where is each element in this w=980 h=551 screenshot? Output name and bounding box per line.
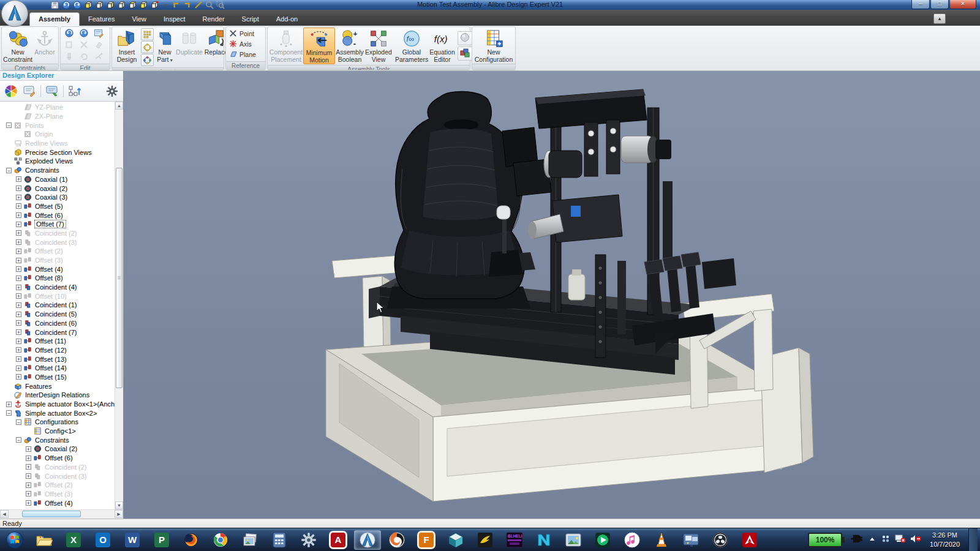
expand-plus-box[interactable]: + [16, 203, 21, 209]
redo-icon[interactable] [72, 1, 81, 9]
taskbar-acrobat-reader[interactable] [736, 530, 763, 550]
tree-item-label[interactable]: ZX-Plane [35, 113, 63, 120]
racing-seat[interactable] [387, 91, 530, 309]
redo-button[interactable] [80, 29, 88, 40]
title-bar[interactable]: Motion Test Assembly - Alibre Design Exp… [0, 0, 980, 10]
tree-item-label[interactable]: Coincident (2) [35, 230, 77, 237]
tree-item-label[interactable]: Offset (2) [45, 481, 73, 489]
expand-plus-box[interactable]: + [6, 402, 12, 407]
expand-minus-box[interactable]: − [6, 168, 12, 173]
tree-item[interactable]: +Coincident (7) [0, 328, 115, 337]
cube-top-icon[interactable] [127, 1, 137, 9]
tree-item-label[interactable]: Coincident (2) [45, 463, 86, 471]
tree-item[interactable]: +Offset (3) [0, 256, 115, 265]
taskbar-excel[interactable]: X [60, 530, 87, 550]
tree-item[interactable]: +Coincident (3) [0, 471, 115, 481]
taskbar-itunes[interactable] [619, 530, 646, 550]
cube-wire-1-icon[interactable] [94, 1, 104, 9]
tab-features[interactable]: Features [80, 13, 123, 26]
taskbar-3d-viewer[interactable] [442, 530, 469, 550]
expand-minus-box[interactable]: − [6, 410, 12, 416]
tree-item-label[interactable]: Points [25, 122, 44, 129]
tree-item-label[interactable]: Simple actuator Box<2> [25, 410, 97, 417]
tree-item[interactable]: −Simple actuator Box<2> [0, 408, 115, 418]
cube-side-icon[interactable] [138, 1, 148, 9]
taskbar-clock[interactable]: 3:26 PM 10/7/2020 [926, 531, 963, 549]
expand-plus-box[interactable]: + [26, 500, 31, 506]
tree-item-label[interactable]: Coincident (6) [35, 320, 77, 327]
global-parameters-button[interactable]: f∞ Global Parameters [395, 28, 428, 64]
taskbar-notepad-n[interactable] [530, 530, 557, 550]
cylinder-component[interactable] [568, 269, 585, 300]
vertical-scroll-thumb[interactable] [116, 168, 123, 388]
tree-item[interactable]: +Offset (13) [0, 354, 115, 364]
expand-plus-box[interactable]: + [16, 249, 21, 254]
tree-item[interactable]: +Offset (3) [0, 490, 115, 499]
expand-plus-box[interactable]: + [16, 365, 21, 371]
new-constraint-button[interactable]: New Constraint [3, 28, 32, 63]
tree-item-label[interactable]: Coaxial (2) [35, 185, 67, 192]
expand-plus-box[interactable]: + [16, 312, 21, 317]
taskbar-calculator[interactable] [266, 530, 293, 550]
expand-plus-box[interactable]: + [16, 239, 21, 245]
tree-item-label[interactable]: Coaxial (3) [35, 193, 67, 201]
tree-item[interactable]: InterDesign Relations [0, 391, 115, 400]
tree-item-label[interactable]: Config<1> [45, 427, 76, 435]
tree-item-label[interactable]: Offset (12) [35, 347, 67, 354]
show-desktop-button[interactable] [968, 528, 978, 551]
tree-item-label[interactable]: Offset (13) [35, 356, 67, 363]
maximize-button[interactable]: □ [930, 0, 949, 9]
tree-item[interactable]: Precise Section Views [0, 148, 115, 157]
expand-plus-box[interactable]: + [16, 293, 21, 299]
tree-item-label[interactable]: Offset (2) [35, 247, 63, 255]
zoom-window-icon[interactable] [216, 1, 225, 9]
cube-wire-3-icon[interactable] [116, 1, 126, 9]
minimize-button[interactable]: ─ [911, 0, 930, 9]
taskbar-blheli-suite[interactable]: BLHELI [501, 530, 528, 550]
tab-view[interactable]: View [123, 13, 155, 26]
anchor-button[interactable]: Anchor [32, 28, 57, 63]
taskbar-settings[interactable] [295, 530, 322, 550]
expand-plus-box[interactable]: + [16, 266, 21, 272]
tree-item[interactable]: +Simple actuator Box<1>(Anchore [0, 400, 115, 409]
tree-vertical-scrollbar[interactable]: ▲ ▼ [115, 102, 123, 509]
reference-axis-button[interactable]: Axis [229, 40, 256, 49]
tree-item-label[interactable]: Coaxial (1) [35, 176, 67, 183]
tree-item-label[interactable]: Coincident (1) [35, 301, 77, 309]
expand-plus-box[interactable]: + [26, 464, 31, 470]
expand-plus-box[interactable]: + [16, 212, 21, 218]
expand-plus-box[interactable]: + [26, 473, 31, 479]
interference-blocks-button[interactable] [458, 47, 472, 61]
motion-sphere-button[interactable] [458, 31, 472, 45]
horizontal-scroll-thumb[interactable] [22, 511, 81, 517]
tree-item-label[interactable]: Offset (14) [35, 364, 67, 372]
tree-view-icon[interactable] [67, 84, 82, 99]
exploded-view-button[interactable]: Exploded View [364, 28, 393, 64]
expand-plus-box[interactable]: + [16, 356, 21, 362]
equation-editor-button[interactable]: f(x) Equation Editor [428, 28, 456, 64]
taskbar-alibre-design[interactable] [354, 530, 381, 550]
expand-plus-box[interactable]: + [16, 195, 21, 200]
tree-item-label[interactable]: Configurations [35, 418, 78, 425]
tree-item-label[interactable]: Coincident (7) [35, 329, 77, 336]
properties-button[interactable] [94, 28, 104, 40]
tree-item-label[interactable]: Offset (10) [35, 293, 67, 300]
expand-plus-box[interactable]: + [26, 482, 31, 488]
expand-plus-box[interactable]: + [16, 302, 21, 308]
tree-item[interactable]: +Coincident (4) [0, 283, 115, 292]
taskbar-vsdc-editor[interactable] [589, 530, 616, 550]
duplicate-button[interactable]: Duplicate [175, 28, 203, 67]
tree-item[interactable]: +Offset (4) [0, 264, 115, 274]
expand-plus-box[interactable]: + [16, 186, 21, 191]
circular-pattern-button[interactable] [141, 41, 154, 53]
network-error-icon[interactable] [895, 534, 906, 545]
tree-item[interactable]: +Offset (2) [0, 247, 115, 256]
tree-item-label[interactable]: Coaxial (2) [45, 445, 77, 452]
tree-item[interactable]: +Coincident (2) [0, 463, 115, 472]
component-placement-button[interactable]: Component Placement [269, 28, 303, 64]
tree-item-label[interactable]: YZ-Plane [35, 103, 63, 111]
tree-item[interactable]: −Constraints [0, 166, 115, 175]
expand-plus-box[interactable]: + [16, 222, 21, 227]
tab-assembly[interactable]: Assembly [29, 12, 80, 26]
tree-item[interactable]: Config<1> [0, 427, 115, 436]
